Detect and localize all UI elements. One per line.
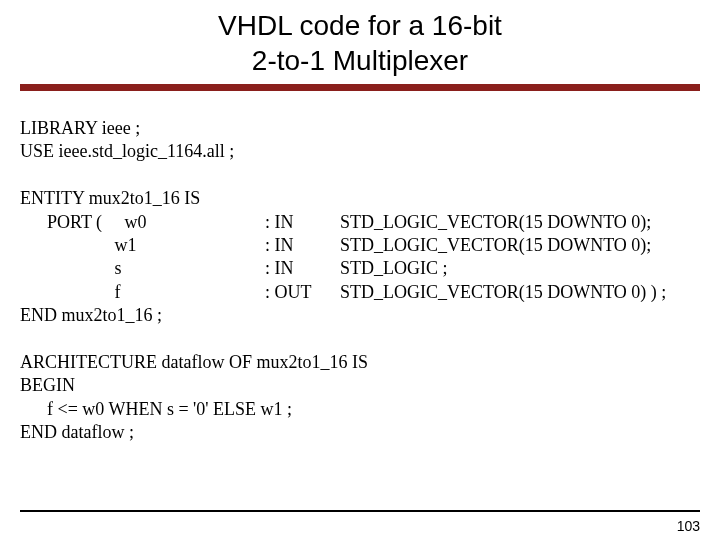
- blank-line: [20, 328, 700, 351]
- entity-line-1: ENTITY mux2to1_16 IS: [20, 187, 700, 210]
- port-dir: : IN: [265, 234, 340, 257]
- page-number: 103: [677, 518, 700, 534]
- library-line-1: LIBRARY ieee ;: [20, 117, 700, 140]
- port-dir: : IN: [265, 211, 340, 234]
- port-row-2: s : IN STD_LOGIC ;: [20, 257, 700, 280]
- port-type: STD_LOGIC_VECTOR(15 DOWNTO 0);: [340, 211, 651, 234]
- port-name: s: [20, 257, 265, 280]
- port-row-1: w1 : IN STD_LOGIC_VECTOR(15 DOWNTO 0);: [20, 234, 700, 257]
- arch-line-3: f <= w0 WHEN s = '0' ELSE w1 ;: [20, 398, 700, 421]
- port-row-3: f : OUT STD_LOGIC_VECTOR(15 DOWNTO 0) ) …: [20, 281, 700, 304]
- slide-title: VHDL code for a 16-bit 2-to-1 Multiplexe…: [0, 0, 720, 78]
- port-row-0: PORT ( w0 : IN STD_LOGIC_VECTOR(15 DOWNT…: [20, 211, 700, 234]
- bottom-rule: [20, 510, 700, 512]
- port-dir: : OUT: [265, 281, 340, 304]
- title-rule-thick: [20, 84, 700, 91]
- blank-line: [20, 164, 700, 187]
- title-line-2: 2-to-1 Multiplexer: [0, 43, 720, 78]
- port-name: PORT ( w0: [20, 211, 265, 234]
- title-line-1: VHDL code for a 16-bit: [0, 8, 720, 43]
- library-line-2: USE ieee.std_logic_1164.all ;: [20, 140, 700, 163]
- code-content: LIBRARY ieee ; USE ieee.std_logic_1164.a…: [0, 91, 720, 444]
- port-type: STD_LOGIC_VECTOR(15 DOWNTO 0);: [340, 234, 651, 257]
- port-name: f: [20, 281, 265, 304]
- port-dir: : IN: [265, 257, 340, 280]
- port-type: STD_LOGIC ;: [340, 257, 448, 280]
- arch-line-4: END dataflow ;: [20, 421, 700, 444]
- title-underline-block: [20, 84, 700, 91]
- port-name: w1: [20, 234, 265, 257]
- port-type: STD_LOGIC_VECTOR(15 DOWNTO 0) ) ;: [340, 281, 666, 304]
- arch-line-2: BEGIN: [20, 374, 700, 397]
- entity-end: END mux2to1_16 ;: [20, 304, 700, 327]
- arch-line-1: ARCHITECTURE dataflow OF mux2to1_16 IS: [20, 351, 700, 374]
